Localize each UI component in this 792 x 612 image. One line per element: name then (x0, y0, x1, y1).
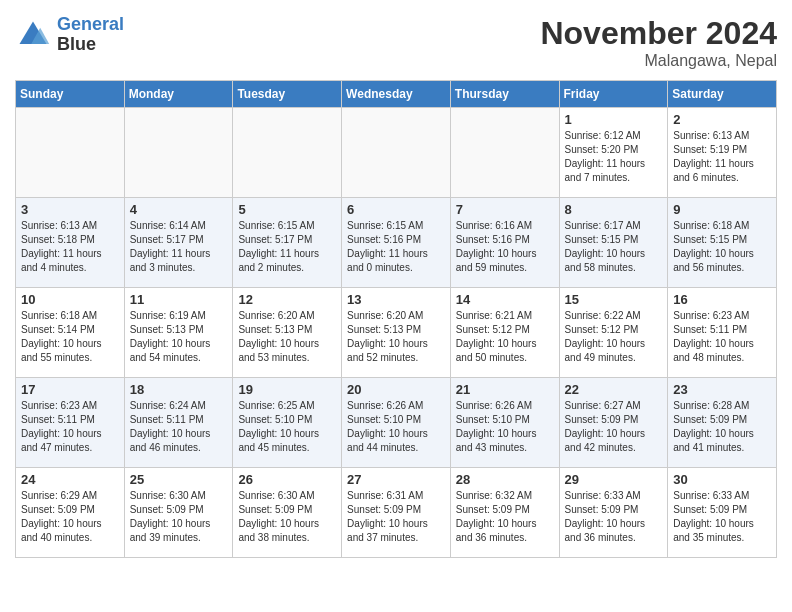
day-number: 22 (565, 382, 663, 397)
day-info: Sunrise: 6:29 AM Sunset: 5:09 PM Dayligh… (21, 489, 119, 545)
day-info: Sunrise: 6:18 AM Sunset: 5:15 PM Dayligh… (673, 219, 771, 275)
column-header-tuesday: Tuesday (233, 81, 342, 108)
calendar-cell: 5Sunrise: 6:15 AM Sunset: 5:17 PM Daylig… (233, 198, 342, 288)
day-number: 26 (238, 472, 336, 487)
calendar-cell: 16Sunrise: 6:23 AM Sunset: 5:11 PM Dayli… (668, 288, 777, 378)
page-header: General Blue November 2024 Malangawa, Ne… (15, 15, 777, 70)
day-number: 30 (673, 472, 771, 487)
calendar-cell: 24Sunrise: 6:29 AM Sunset: 5:09 PM Dayli… (16, 468, 125, 558)
calendar-week-2: 3Sunrise: 6:13 AM Sunset: 5:18 PM Daylig… (16, 198, 777, 288)
column-header-wednesday: Wednesday (342, 81, 451, 108)
calendar-cell: 6Sunrise: 6:15 AM Sunset: 5:16 PM Daylig… (342, 198, 451, 288)
day-info: Sunrise: 6:17 AM Sunset: 5:15 PM Dayligh… (565, 219, 663, 275)
calendar-cell: 28Sunrise: 6:32 AM Sunset: 5:09 PM Dayli… (450, 468, 559, 558)
calendar-cell: 18Sunrise: 6:24 AM Sunset: 5:11 PM Dayli… (124, 378, 233, 468)
calendar-cell: 7Sunrise: 6:16 AM Sunset: 5:16 PM Daylig… (450, 198, 559, 288)
day-info: Sunrise: 6:16 AM Sunset: 5:16 PM Dayligh… (456, 219, 554, 275)
day-number: 19 (238, 382, 336, 397)
calendar-week-4: 17Sunrise: 6:23 AM Sunset: 5:11 PM Dayli… (16, 378, 777, 468)
day-info: Sunrise: 6:30 AM Sunset: 5:09 PM Dayligh… (130, 489, 228, 545)
calendar-cell: 8Sunrise: 6:17 AM Sunset: 5:15 PM Daylig… (559, 198, 668, 288)
day-number: 18 (130, 382, 228, 397)
day-number: 20 (347, 382, 445, 397)
column-header-thursday: Thursday (450, 81, 559, 108)
day-info: Sunrise: 6:13 AM Sunset: 5:18 PM Dayligh… (21, 219, 119, 275)
day-number: 13 (347, 292, 445, 307)
calendar-cell: 25Sunrise: 6:30 AM Sunset: 5:09 PM Dayli… (124, 468, 233, 558)
calendar-cell: 20Sunrise: 6:26 AM Sunset: 5:10 PM Dayli… (342, 378, 451, 468)
calendar-cell: 13Sunrise: 6:20 AM Sunset: 5:13 PM Dayli… (342, 288, 451, 378)
calendar-week-5: 24Sunrise: 6:29 AM Sunset: 5:09 PM Dayli… (16, 468, 777, 558)
calendar-cell: 10Sunrise: 6:18 AM Sunset: 5:14 PM Dayli… (16, 288, 125, 378)
title-block: November 2024 Malangawa, Nepal (540, 15, 777, 70)
calendar-cell: 22Sunrise: 6:27 AM Sunset: 5:09 PM Dayli… (559, 378, 668, 468)
day-info: Sunrise: 6:32 AM Sunset: 5:09 PM Dayligh… (456, 489, 554, 545)
day-number: 3 (21, 202, 119, 217)
calendar-cell: 1Sunrise: 6:12 AM Sunset: 5:20 PM Daylig… (559, 108, 668, 198)
calendar-cell (16, 108, 125, 198)
day-number: 28 (456, 472, 554, 487)
day-number: 23 (673, 382, 771, 397)
calendar-week-3: 10Sunrise: 6:18 AM Sunset: 5:14 PM Dayli… (16, 288, 777, 378)
column-header-sunday: Sunday (16, 81, 125, 108)
day-number: 14 (456, 292, 554, 307)
calendar-cell (342, 108, 451, 198)
day-info: Sunrise: 6:23 AM Sunset: 5:11 PM Dayligh… (673, 309, 771, 365)
day-info: Sunrise: 6:13 AM Sunset: 5:19 PM Dayligh… (673, 129, 771, 185)
day-number: 8 (565, 202, 663, 217)
day-number: 12 (238, 292, 336, 307)
logo-general: General (57, 14, 124, 34)
calendar-cell: 19Sunrise: 6:25 AM Sunset: 5:10 PM Dayli… (233, 378, 342, 468)
day-number: 15 (565, 292, 663, 307)
day-info: Sunrise: 6:31 AM Sunset: 5:09 PM Dayligh… (347, 489, 445, 545)
day-number: 29 (565, 472, 663, 487)
day-info: Sunrise: 6:12 AM Sunset: 5:20 PM Dayligh… (565, 129, 663, 185)
day-number: 11 (130, 292, 228, 307)
day-info: Sunrise: 6:27 AM Sunset: 5:09 PM Dayligh… (565, 399, 663, 455)
day-number: 17 (21, 382, 119, 397)
day-info: Sunrise: 6:26 AM Sunset: 5:10 PM Dayligh… (347, 399, 445, 455)
calendar-cell: 14Sunrise: 6:21 AM Sunset: 5:12 PM Dayli… (450, 288, 559, 378)
day-number: 21 (456, 382, 554, 397)
calendar-week-1: 1Sunrise: 6:12 AM Sunset: 5:20 PM Daylig… (16, 108, 777, 198)
day-info: Sunrise: 6:33 AM Sunset: 5:09 PM Dayligh… (673, 489, 771, 545)
day-info: Sunrise: 6:15 AM Sunset: 5:16 PM Dayligh… (347, 219, 445, 275)
calendar-cell: 11Sunrise: 6:19 AM Sunset: 5:13 PM Dayli… (124, 288, 233, 378)
day-number: 7 (456, 202, 554, 217)
calendar-cell: 2Sunrise: 6:13 AM Sunset: 5:19 PM Daylig… (668, 108, 777, 198)
day-number: 10 (21, 292, 119, 307)
day-number: 9 (673, 202, 771, 217)
day-number: 27 (347, 472, 445, 487)
calendar-cell: 27Sunrise: 6:31 AM Sunset: 5:09 PM Dayli… (342, 468, 451, 558)
month-title: November 2024 (540, 15, 777, 52)
day-info: Sunrise: 6:22 AM Sunset: 5:12 PM Dayligh… (565, 309, 663, 365)
column-header-monday: Monday (124, 81, 233, 108)
day-number: 1 (565, 112, 663, 127)
calendar-cell (233, 108, 342, 198)
day-info: Sunrise: 6:24 AM Sunset: 5:11 PM Dayligh… (130, 399, 228, 455)
column-header-friday: Friday (559, 81, 668, 108)
day-info: Sunrise: 6:18 AM Sunset: 5:14 PM Dayligh… (21, 309, 119, 365)
calendar-cell: 9Sunrise: 6:18 AM Sunset: 5:15 PM Daylig… (668, 198, 777, 288)
day-info: Sunrise: 6:28 AM Sunset: 5:09 PM Dayligh… (673, 399, 771, 455)
day-info: Sunrise: 6:15 AM Sunset: 5:17 PM Dayligh… (238, 219, 336, 275)
day-number: 25 (130, 472, 228, 487)
day-info: Sunrise: 6:21 AM Sunset: 5:12 PM Dayligh… (456, 309, 554, 365)
day-number: 2 (673, 112, 771, 127)
calendar-cell (124, 108, 233, 198)
calendar-cell: 17Sunrise: 6:23 AM Sunset: 5:11 PM Dayli… (16, 378, 125, 468)
calendar-table: SundayMondayTuesdayWednesdayThursdayFrid… (15, 80, 777, 558)
day-info: Sunrise: 6:20 AM Sunset: 5:13 PM Dayligh… (347, 309, 445, 365)
day-info: Sunrise: 6:26 AM Sunset: 5:10 PM Dayligh… (456, 399, 554, 455)
day-info: Sunrise: 6:14 AM Sunset: 5:17 PM Dayligh… (130, 219, 228, 275)
logo: General Blue (15, 15, 124, 55)
location-subtitle: Malangawa, Nepal (540, 52, 777, 70)
column-header-saturday: Saturday (668, 81, 777, 108)
day-number: 5 (238, 202, 336, 217)
calendar-cell: 30Sunrise: 6:33 AM Sunset: 5:09 PM Dayli… (668, 468, 777, 558)
day-number: 24 (21, 472, 119, 487)
day-info: Sunrise: 6:25 AM Sunset: 5:10 PM Dayligh… (238, 399, 336, 455)
day-number: 16 (673, 292, 771, 307)
calendar-cell: 26Sunrise: 6:30 AM Sunset: 5:09 PM Dayli… (233, 468, 342, 558)
day-info: Sunrise: 6:30 AM Sunset: 5:09 PM Dayligh… (238, 489, 336, 545)
